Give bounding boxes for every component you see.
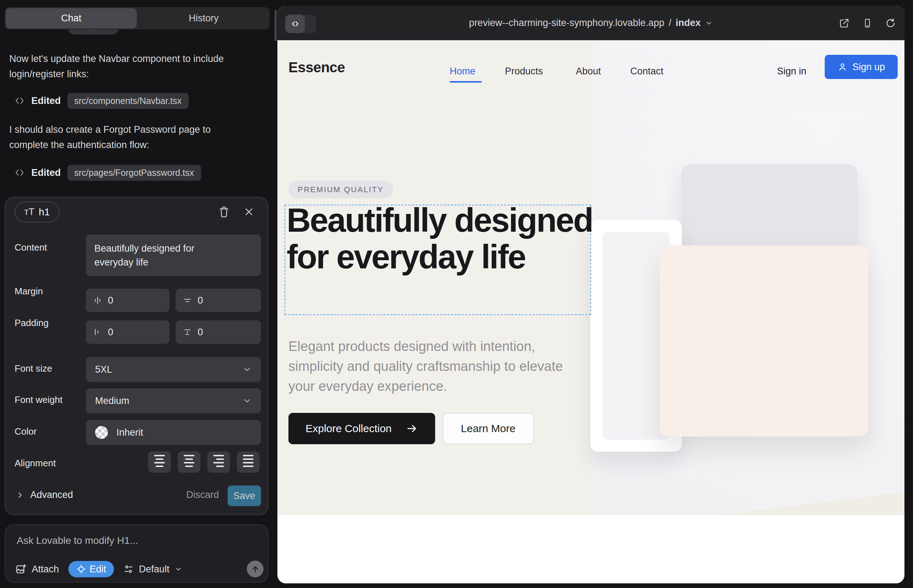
margin-x-input[interactable]: 0 — [86, 289, 170, 312]
tab-history-label: History — [189, 13, 219, 24]
chevron-down-icon — [175, 565, 182, 573]
nav-link-about[interactable]: About — [576, 66, 601, 77]
sign-up-button[interactable]: Sign up — [825, 55, 898, 79]
send-button[interactable] — [247, 561, 264, 577]
color-select[interactable]: Inherit — [86, 420, 261, 445]
element-tag-name: h1 — [39, 207, 50, 218]
chat-scrollbar[interactable] — [275, 10, 277, 41]
site-logo[interactable]: Essence — [288, 60, 345, 76]
close-editor-button[interactable] — [241, 204, 257, 220]
nav-link-contact[interactable]: Contact — [630, 66, 664, 77]
hero-headline[interactable]: Beautifully designed for everyday life — [287, 202, 593, 276]
sign-up-label: Sign up — [853, 61, 885, 73]
preview-browser-window: preview--charming-site-symphony.lovable.… — [277, 6, 905, 583]
arrow-right-icon — [406, 423, 418, 435]
attach-label: Attach — [32, 564, 59, 575]
edited-file-chip[interactable]: src/components/Navbar.tsx — [67, 93, 189, 109]
chat-composer: Attach Edit Default — [5, 524, 269, 583]
edited-label: Edited — [31, 167, 61, 178]
site-viewport: Essence Home Products About Contact Sign… — [277, 40, 905, 583]
hero-paragraph: Elegant products designed with intention… — [288, 336, 573, 396]
chrome-actions — [839, 6, 896, 40]
mobile-view-icon[interactable] — [863, 18, 873, 29]
alignment-label: Alignment — [15, 458, 56, 469]
tab-chat[interactable]: Chat — [6, 8, 137, 29]
refresh-icon[interactable] — [885, 18, 896, 29]
nav-link-home[interactable]: Home — [450, 66, 475, 77]
tab-chat-label: Chat — [61, 13, 81, 24]
margin-vertical-icon — [183, 296, 192, 305]
edit-file-row: Edited src/components/Navbar.tsx — [14, 92, 189, 109]
assistant-message: Now let's update the Navbar component to… — [9, 51, 244, 82]
margin-x-value: 0 — [108, 295, 113, 306]
padding-vertical-icon — [183, 328, 192, 337]
padding-horizontal-icon — [93, 328, 102, 337]
edit-mode-label: Edit — [90, 564, 107, 575]
color-label: Color — [15, 426, 37, 437]
nav-link-products[interactable]: Products — [505, 66, 543, 77]
user-icon — [837, 62, 847, 72]
padding-y-input[interactable]: 0 — [176, 320, 261, 344]
margin-y-input[interactable]: 0 — [176, 289, 261, 312]
edited-label: Edited — [31, 95, 61, 107]
assistant-message: I should also create a Forgot Password p… — [9, 122, 244, 153]
margin-y-value: 0 — [197, 295, 203, 306]
align-justify-button[interactable] — [237, 451, 260, 473]
edited-file-chip[interactable]: src/pages/ForgotPassword.tsx — [67, 165, 201, 181]
padding-label: Padding — [15, 318, 49, 328]
address-separator: / — [669, 18, 672, 29]
color-value: Inherit — [117, 427, 143, 438]
decor-card-beige — [659, 246, 868, 436]
model-selector-label: Default — [139, 564, 170, 575]
code-view-toggle[interactable] — [285, 15, 316, 33]
font-size-label: Font size — [15, 363, 52, 374]
explore-collection-button[interactable]: Explore Collection — [288, 413, 435, 444]
chevron-down-icon — [243, 396, 252, 405]
sliders-icon — [123, 564, 134, 575]
chat-history-tabbar: Chat History — [5, 7, 270, 29]
target-icon — [76, 564, 86, 574]
chevron-down-icon — [705, 19, 713, 27]
edit-mode-button[interactable]: Edit — [68, 561, 114, 577]
chat-input[interactable] — [16, 534, 245, 554]
discard-button[interactable]: Discard — [181, 489, 224, 501]
color-swatch — [95, 426, 108, 439]
align-left-button[interactable] — [148, 451, 171, 473]
code-icon — [14, 167, 25, 178]
save-button[interactable]: Save — [228, 486, 261, 506]
open-external-icon[interactable] — [839, 18, 850, 29]
content-input[interactable]: Beautifully designed for everyday life — [86, 234, 261, 276]
delete-element-button[interactable] — [216, 204, 232, 220]
align-center-button[interactable] — [178, 451, 201, 473]
browser-chrome: preview--charming-site-symphony.lovable.… — [277, 6, 905, 40]
code-icon — [285, 15, 305, 33]
address-page: index — [675, 18, 701, 29]
padding-y-value: 0 — [197, 327, 203, 338]
font-weight-label: Font weight — [15, 394, 62, 405]
learn-more-button[interactable]: Learn More — [443, 413, 534, 444]
attach-button[interactable]: Attach — [15, 564, 59, 575]
chevron-down-icon — [243, 365, 252, 374]
font-weight-select[interactable]: Medium — [86, 388, 261, 413]
font-size-value: 5XL — [95, 364, 112, 375]
margin-horizontal-icon — [93, 296, 102, 305]
padding-x-input[interactable]: 0 — [86, 320, 170, 344]
typography-icon: тT — [24, 207, 34, 218]
edit-file-row: Edited src/pages/ForgotPassword.tsx — [14, 165, 201, 181]
font-size-select[interactable]: 5XL — [86, 357, 261, 382]
font-weight-value: Medium — [95, 396, 129, 407]
learn-more-label: Learn More — [461, 423, 515, 435]
address-domain: preview--charming-site-symphony.lovable.… — [469, 18, 664, 29]
sign-in-link[interactable]: Sign in — [777, 66, 806, 77]
element-editor-panel: тT h1 Content Beautifully designed for e… — [5, 197, 269, 515]
advanced-toggle[interactable]: Advanced — [16, 489, 73, 501]
address-bar[interactable]: preview--charming-site-symphony.lovable.… — [277, 6, 905, 40]
padding-x-value: 0 — [108, 327, 113, 338]
hero-badge: PREMIUM QUALITY — [288, 181, 393, 198]
align-right-button[interactable] — [207, 451, 230, 473]
model-selector[interactable]: Default — [123, 564, 182, 575]
composer-toolbar: Attach Edit Default — [15, 561, 182, 578]
code-icon — [14, 95, 25, 106]
tab-history[interactable]: History — [138, 7, 270, 29]
explore-collection-label: Explore Collection — [306, 423, 392, 435]
